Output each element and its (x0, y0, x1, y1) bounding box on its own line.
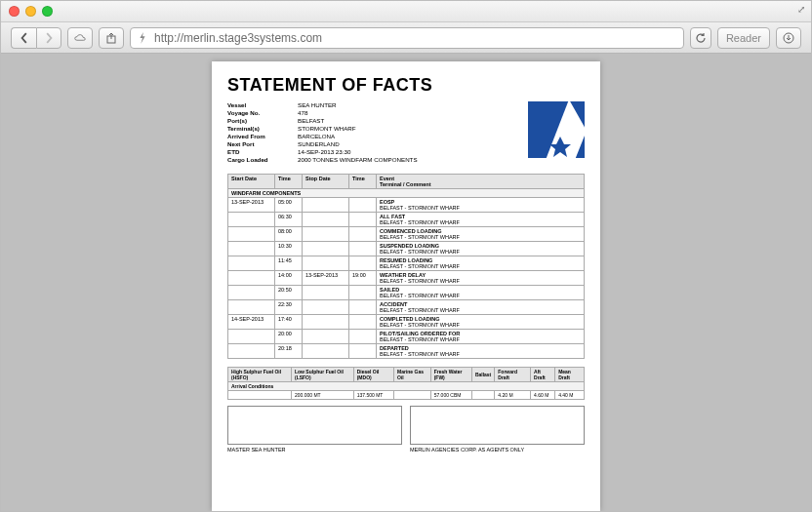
table-row: 200.000 MT137.500 MT57.000 CBM4.20 M4.60… (228, 391, 585, 400)
titlebar: ⤢ (1, 1, 811, 22)
col-header: Time (349, 175, 377, 189)
table-row: 20:18DEPARTEDBELFAST - STORMONT WHARF (228, 344, 585, 359)
meta-label: Voyage No. (227, 109, 298, 116)
page-title: STATEMENT OF FACTS (227, 75, 585, 96)
nav-buttons (11, 27, 61, 49)
meta-value: 2000 TONNES WINDFARM COMPONENTS (298, 156, 528, 163)
reader-button[interactable]: Reader (717, 27, 770, 49)
meta-label: Next Port (227, 140, 298, 147)
section-header: WINDFARM COMPONENTS (228, 189, 585, 198)
sig-label-right: MERLIN AGENCIES CORP. AS AGENTS ONLY (410, 447, 585, 453)
meta-label: Vessel (227, 101, 298, 108)
table-row: 14:0013-SEP-201319:00WEATHER DELAYBELFAS… (228, 271, 585, 286)
col-header: Ballast (471, 368, 494, 382)
meta-value: BARCELONA (298, 133, 528, 139)
col-header: Low Sulphur Fuel Oil (LSFO) (291, 368, 353, 382)
table-row: 08:00COMMENCED LOADINGBELFAST - STORMONT… (228, 227, 585, 242)
forward-button[interactable] (36, 27, 61, 49)
icloud-button[interactable] (67, 27, 93, 49)
col-header: Time (275, 175, 303, 189)
table-row: 20:50SAILEDBELFAST - STORMONT WHARF (228, 286, 585, 300)
col-header: Diesel Oil (MDO) (353, 368, 393, 382)
signature-boxes (227, 406, 585, 445)
meta-value: SUNDERLAND (298, 140, 528, 147)
col-header: EventTerminal / Comment (377, 175, 585, 189)
signature-agent (410, 406, 585, 445)
table-row: 06:30ALL FASTBELFAST - STORMONT WHARF (228, 213, 585, 227)
zoom-icon[interactable] (42, 6, 53, 17)
col-header: Forward Draft (495, 368, 531, 382)
col-header: Mean Draft (555, 368, 585, 382)
document-page: STATEMENT OF FACTS VesselSEA HUNTERVoyag… (212, 61, 600, 511)
lightning-icon (137, 32, 148, 44)
meta-value: BELFAST (298, 117, 528, 124)
sig-label-left: MASTER SEA HUNTER (227, 447, 402, 453)
close-icon[interactable] (9, 6, 20, 17)
col-header: High Sulphur Fuel Oil (HSFO) (228, 368, 292, 382)
table-row: 20:00PILOT/SAILING ORDERED FORBELFAST - … (228, 330, 585, 344)
url-bar[interactable]: http://merlin.stage3systems.com (130, 27, 684, 49)
downloads-button[interactable] (776, 27, 801, 49)
browser-window: ⤢ http://merlin.stage3systems.com Reader… (0, 0, 812, 512)
table-row: 13-SEP-201305:00EOSPBELFAST - STORMONT W… (228, 198, 585, 213)
table-row: 10:30SUSPENDED LOADINGBELFAST - STORMONT… (228, 242, 585, 256)
meta-value: 478 (298, 109, 528, 116)
traffic-lights (9, 6, 53, 17)
table-row: 22:30ACCIDENTBELFAST - STORMONT WHARF (228, 300, 585, 315)
fullscreen-icon[interactable]: ⤢ (797, 4, 805, 15)
share-button[interactable] (99, 27, 124, 49)
company-logo (528, 101, 585, 158)
reload-button[interactable] (690, 27, 711, 49)
col-header: Stop Date (303, 175, 349, 189)
resources-table: High Sulphur Fuel Oil (HSFO)Low Sulphur … (227, 367, 585, 400)
events-table: Start DateTimeStop DateTimeEventTerminal… (227, 174, 585, 359)
viewport: STATEMENT OF FACTS VesselSEA HUNTERVoyag… (1, 54, 811, 511)
minimize-icon[interactable] (25, 6, 36, 17)
section-header: Arrival Conditions (228, 382, 585, 391)
meta-label: Port(s) (227, 117, 298, 124)
meta-value: STORMONT WHARF (298, 125, 528, 132)
signature-master (227, 406, 402, 445)
back-button[interactable] (11, 27, 36, 49)
table-row: 11:45RESUMED LOADINGBELFAST - STORMONT W… (228, 256, 585, 271)
col-header: Fresh Water (FW) (430, 368, 471, 382)
meta-label: Cargo Loaded (227, 156, 298, 163)
col-header: Aft Draft (531, 368, 555, 382)
table-row: 14-SEP-201317:40COMPLETED LOADINGBELFAST… (228, 315, 585, 330)
col-header: Start Date (228, 175, 275, 189)
meta-label: Terminal(s) (227, 125, 298, 132)
col-header: Marine Gas Oil (394, 368, 431, 382)
meta-label: Arrived From (227, 133, 298, 139)
url-text: http://merlin.stage3systems.com (154, 31, 677, 45)
toolbar: http://merlin.stage3systems.com Reader (1, 22, 811, 54)
meta-label: ETD (227, 148, 298, 155)
meta-block: VesselSEA HUNTERVoyage No.478Port(s)BELF… (227, 101, 528, 164)
meta-value: 14-SEP-2013 23:30 (298, 148, 528, 155)
meta-value: SEA HUNTER (298, 101, 528, 108)
